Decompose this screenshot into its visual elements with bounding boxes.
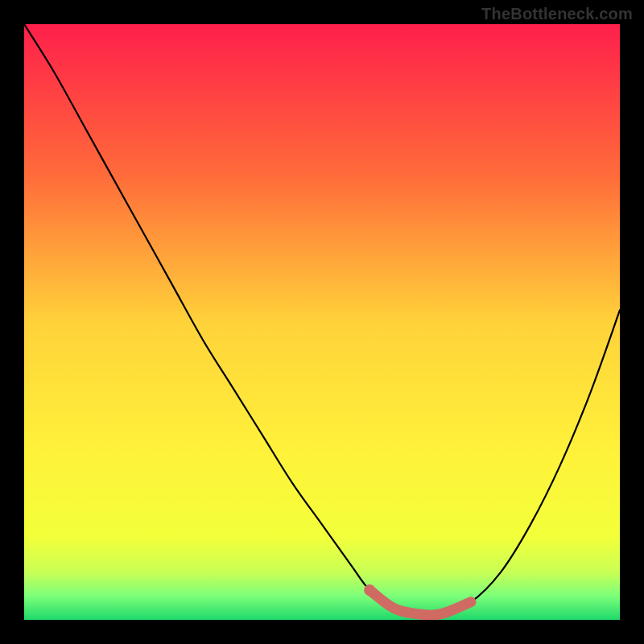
svg-rect-0 (24, 24, 620, 620)
chart-frame: TheBottleneck.com (0, 0, 644, 644)
gradient-background (24, 24, 620, 620)
watermark-text: TheBottleneck.com (481, 5, 633, 23)
